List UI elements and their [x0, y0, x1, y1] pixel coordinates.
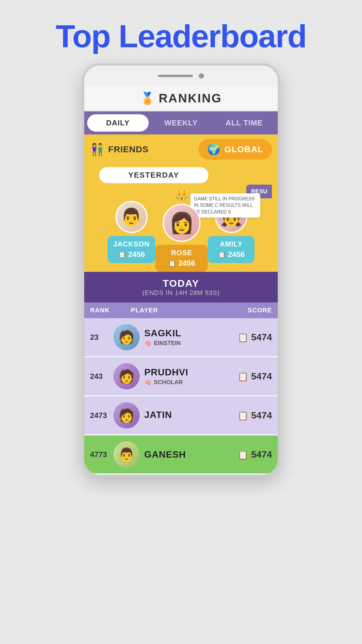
podium-score-third: 2456 [228, 250, 245, 259]
phone-notch [84, 66, 278, 86]
badge-label: SCHOLAR [154, 379, 183, 386]
col-rank: RANK [90, 307, 113, 314]
score-icon: 📋 [238, 371, 248, 382]
podium-card-third: AMILY 📋 2456 [208, 236, 254, 263]
podium-score-first: 2456 [178, 259, 195, 268]
badge-icon: 🧠 [144, 379, 152, 386]
table-row: 4773 👨 GANESH 📋 5474 [84, 435, 278, 473]
category-toggle: 👫 FRIENDS 🌍 GLOBAL [84, 134, 278, 164]
tab-alltime[interactable]: ALL TIME [213, 114, 275, 132]
tab-daily[interactable]: DAILY [87, 114, 149, 132]
header-title: RANKING [159, 91, 222, 105]
player-score: 5474 [251, 449, 272, 460]
friends-button[interactable]: 👫 FRIENDS [90, 143, 198, 156]
player-avatar: 👨 [113, 441, 140, 468]
today-header: TODAY (ENDS IN 14H 28M 53S) [84, 272, 278, 302]
rank-num: 23 [90, 333, 113, 342]
podium-second: 👨 JACKSON 📋 2456 [108, 201, 155, 263]
avatar-jackson: 👨 [115, 201, 147, 233]
rank-num: 2473 [90, 411, 113, 420]
app-header: 🏅 RANKING [84, 86, 278, 111]
phone-frame: 🏅 RANKING DAILY WEEKLY ALL TIME 👫 FRIEND… [82, 63, 280, 477]
podium-first: 👑 👩 ROSE 📋 2456 [155, 189, 208, 272]
yesterday-banner: YESTERDAY [99, 167, 208, 183]
player-name: JATIN [144, 410, 238, 420]
crown-icon: 👑 [174, 189, 189, 203]
badge-icon: 🧠 [144, 340, 152, 347]
score-icon: 📋 [238, 410, 248, 421]
today-subtitle: (ENDS IN 14H 28M 53S) [90, 289, 272, 297]
page-title: Top Leaderboard [0, 0, 362, 63]
player-avatar: 🧑 [113, 324, 140, 350]
player-score-area: 📋 5474 [238, 410, 272, 421]
player-info: SAGKIL 🧠 EINSTEIN [144, 328, 238, 347]
podium-name-first: ROSE [161, 249, 202, 257]
score-icon-third: 📋 [218, 251, 226, 258]
podium-name-second: JACKSON [113, 240, 150, 248]
player-avatar: 🧑 [113, 402, 140, 428]
col-player: PLAYER [113, 307, 225, 314]
player-info: JATIN [144, 410, 238, 421]
today-title: TODAY [90, 278, 272, 289]
globe-icon: 🌍 [207, 143, 220, 155]
score-icon-first: 📋 [168, 260, 176, 267]
notch-dot [199, 73, 204, 78]
score-icon: 📋 [238, 332, 248, 342]
player-info: PRUDHVI 🧠 SCHOLAR [144, 367, 238, 386]
score-icon-second: 📋 [118, 251, 126, 258]
player-score: 5474 [251, 410, 272, 421]
avatar-rose: 👩 [163, 204, 201, 242]
podium-name-third: AMILY [214, 240, 249, 248]
score-icon: 📋 [238, 449, 248, 460]
podium-section: YESTERDAY RESU GAME STILL IN PROGRESS IN… [84, 164, 278, 272]
tab-weekly[interactable]: WEEKLY [150, 114, 212, 132]
table-row: 23 🧑 SAGKIL 🧠 EINSTEIN 📋 5474 [84, 318, 278, 356]
player-name: GANESH [144, 449, 238, 460]
player-name: PRUDHVI [144, 367, 238, 378]
global-label: GLOBAL [224, 144, 263, 154]
player-name: SAGKIL [144, 328, 238, 339]
trophy-icon: 🏅 [140, 92, 155, 105]
friends-label: FRIENDS [108, 144, 149, 154]
player-score: 5474 [251, 332, 272, 343]
rank-num: 243 [90, 372, 113, 381]
player-score-area: 📋 5474 [238, 332, 272, 343]
player-score: 5474 [251, 371, 272, 382]
podium-card-first: ROSE 📋 2456 [155, 245, 208, 272]
friends-icon: 👫 [90, 143, 105, 156]
table-row: 243 🧑 PRUDHVI 🧠 SCHOLAR 📋 5474 [84, 357, 278, 395]
player-info: GANESH [144, 449, 238, 460]
notch-bar [158, 75, 193, 77]
global-button[interactable]: 🌍 GLOBAL [198, 139, 272, 160]
player-avatar: 🧑 [113, 363, 140, 389]
col-score: SCORE [225, 307, 272, 314]
rank-num: 4773 [90, 450, 113, 459]
table-row: 2473 🧑 JATIN 📋 5474 [84, 396, 278, 434]
player-score-area: 📋 5474 [238, 371, 272, 382]
podium-card-second: JACKSON 📋 2456 [108, 236, 155, 263]
podium-score-second: 2456 [128, 250, 145, 259]
player-score-area: 📋 5474 [238, 449, 272, 460]
tabs-bar: DAILY WEEKLY ALL TIME [84, 111, 278, 134]
table-header: RANK PLAYER SCORE [84, 302, 278, 318]
badge-label: EINSTEIN [154, 340, 181, 346]
